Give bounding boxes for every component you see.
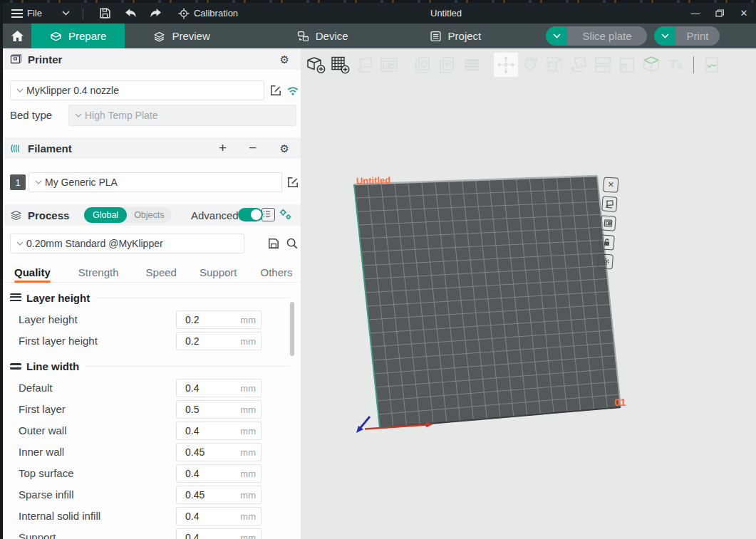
chevron-down-icon [35,180,42,184]
titlebar: File Calibration Untitled — ✕ [3,3,756,23]
slice-plate-label: Slice plate [567,26,647,46]
window-controls: — ✕ [683,3,756,23]
save-button[interactable] [96,4,115,23]
parameter-table-icon[interactable] [262,208,275,221]
tab-prepare-label: Prepare [68,30,106,42]
advanced-toggle[interactable] [238,208,263,221]
param-label: Internal solid infill [19,510,100,522]
param-input[interactable] [177,401,237,418]
filament-gear-icon[interactable]: ⚙ [280,143,289,154]
minimize-button[interactable]: — [683,3,708,23]
param-input[interactable] [177,486,237,503]
viewport-3d[interactable]: Ta Untitled 01 [301,48,756,539]
tab-device[interactable]: Device [279,23,367,48]
tab-project[interactable]: Project [411,23,500,48]
param-group-icon [10,293,21,302]
filament-preset-combo[interactable]: My Generic PLA [29,172,282,192]
save-preset-icon[interactable] [267,237,280,250]
param-value-box: mm [176,507,262,525]
plate-gear-button[interactable] [598,253,613,269]
param-group-title: Line width [26,360,79,372]
param-row: Support mm [3,527,301,539]
search-icon[interactable] [286,237,299,250]
process-scope-toggle[interactable]: Global Objects [84,207,172,223]
param-unit: mm [240,404,256,415]
printer-section-header: Printer ⚙ [3,48,301,70]
app-window: File Calibration Untitled — ✕ [0,0,756,539]
param-group-title: Layer height [26,292,90,304]
tab-device-label: Device [316,30,348,42]
printer-icon [10,53,22,66]
edit-filament-icon[interactable] [286,176,299,189]
tab-prepare[interactable]: Prepare [31,23,125,48]
delete-plate-button[interactable]: ✕ [603,177,618,192]
group-rule [85,366,289,367]
tab-others[interactable]: Others [261,262,293,283]
param-value-box: mm [176,310,262,329]
sidebar-scrollbar[interactable] [290,302,294,356]
param-row: First layer mm [3,399,301,420]
redo-button[interactable] [147,4,165,23]
param-input[interactable] [177,311,237,328]
param-value-box: mm [176,400,262,419]
maximize-button[interactable] [708,3,732,23]
print-label: Print [675,26,720,46]
param-value-box: mm [176,443,262,461]
param-input[interactable] [177,422,237,439]
param-unit: mm [240,336,256,347]
bed-type-combo[interactable]: High Temp Plate [68,105,296,126]
print-button[interactable]: Print [654,26,720,46]
scope-global[interactable]: Global [84,207,127,223]
file-menu[interactable]: File [6,3,76,23]
param-input[interactable] [177,465,237,482]
scope-objects[interactable]: Objects [127,210,171,220]
filament-section-header: Filament + − ⚙ [3,137,301,159]
filament-slot-badge[interactable]: 1 [10,174,26,190]
add-filament-button[interactable]: + [219,140,227,156]
param-unit: mm [240,447,256,458]
param-input[interactable] [177,444,237,461]
param-unit: mm [240,469,256,479]
home-button[interactable] [3,23,31,48]
plate-number-label: 01 [614,396,626,408]
lock-plate-button[interactable] [599,234,614,250]
print-dropdown-arrow[interactable] [654,26,675,46]
tab-quality[interactable]: Quality [14,262,51,283]
process-section-header: Process Global Objects Advanced [3,204,301,226]
wifi-connect-icon[interactable] [286,84,299,97]
edit-printer-icon[interactable] [269,84,282,97]
tab-project-label: Project [448,30,482,42]
param-label: Top surface [19,467,74,479]
param-label: Layer height [19,313,78,325]
param-input[interactable] [177,333,237,350]
slice-plate-button[interactable]: Slice plate [546,26,647,46]
param-row: Internal solid infill mm [3,506,301,527]
close-button[interactable]: ✕ [732,3,756,23]
tab-preview[interactable]: Preview [135,23,228,48]
settings-gears-icon[interactable] [279,208,292,221]
tab-strength[interactable]: Strength [78,262,119,283]
param-input[interactable] [177,380,237,397]
param-label: Support [19,531,56,539]
param-label: Sparse infill [19,488,74,501]
advanced-label: Advanced [191,209,239,221]
undo-button[interactable] [122,4,140,23]
window-title: Untitled [430,3,462,23]
param-value-box: mm [176,528,262,539]
slice-dropdown-arrow[interactable] [546,26,567,46]
chevron-down-icon [16,88,24,93]
printer-gear-icon[interactable]: ⚙ [280,54,289,65]
calibration-button[interactable]: Calibration [172,3,244,23]
tab-speed[interactable]: Speed [146,262,177,283]
param-row: Inner wall mm [3,441,301,463]
process-preset-combo[interactable]: 0.20mm Standard @MyKlipper [10,234,244,253]
plate-settings-button[interactable] [600,215,616,231]
bed-type-label: Bed type [10,109,52,121]
param-input[interactable] [177,529,237,539]
param-input[interactable] [177,508,237,525]
arrange-plate-button[interactable] [601,196,617,211]
printer-preset-combo[interactable]: MyKlipper 0.4 nozzle [10,80,264,100]
tab-support[interactable]: Support [200,262,237,283]
remove-filament-button[interactable]: − [249,140,257,156]
build-plate[interactable] [301,48,756,539]
